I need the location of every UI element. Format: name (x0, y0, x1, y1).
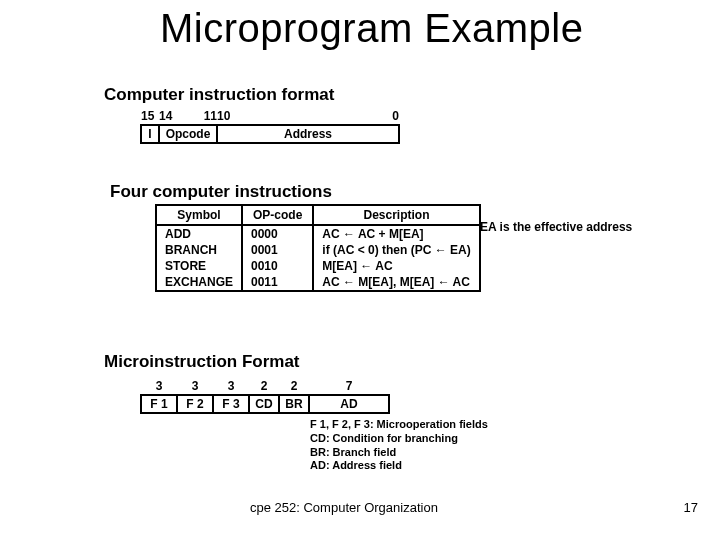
table-row: STORE 0010 M[EA] ← AC (156, 258, 480, 274)
cell-opcode: 0010 (242, 258, 313, 274)
cell-opcode: 0001 (242, 242, 313, 258)
cell-symbol: ADD (156, 225, 242, 242)
bit-width: 3 (177, 378, 213, 395)
field-CD: CD (249, 395, 279, 413)
table-row: EXCHANGE 0011 AC ← M[EA], M[EA] ← AC (156, 274, 480, 291)
bit-label: 1411 (159, 108, 217, 125)
col-opcode: OP-code (242, 205, 313, 225)
section-heading-microformat: Microinstruction Format (104, 352, 300, 372)
cell-desc: M[EA] ← AC (313, 258, 479, 274)
cell-desc: if (AC < 0) then (PC ← EA) (313, 242, 479, 258)
bit-width: 2 (249, 378, 279, 395)
field-F1: F 1 (141, 395, 177, 413)
page-number: 17 (684, 500, 698, 515)
cell-opcode: 0000 (242, 225, 313, 242)
table-row: ADD 0000 AC ← AC + M[EA] (156, 225, 480, 242)
cell-symbol: EXCHANGE (156, 274, 242, 291)
col-symbol: Symbol (156, 205, 242, 225)
bit-width: 3 (141, 378, 177, 395)
cell-desc: AC ← AC + M[EA] (313, 225, 479, 242)
instruction-format-diagram: 15 1411 100 I Opcode Address (140, 108, 400, 144)
ea-note: EA is the effective address (480, 220, 632, 234)
section-heading-instructions: Four computer instructions (110, 182, 332, 202)
legend-line: BR: Branch field (310, 446, 488, 460)
cell-symbol: BRANCH (156, 242, 242, 258)
col-description: Description (313, 205, 479, 225)
footer-course: cpe 252: Computer Organization (250, 500, 438, 515)
legend-line: AD: Address field (310, 459, 488, 473)
field-legend: F 1, F 2, F 3: Microoperation fields CD:… (310, 418, 488, 473)
table-row: BRANCH 0001 if (AC < 0) then (PC ← EA) (156, 242, 480, 258)
section-heading-format: Computer instruction format (104, 85, 334, 105)
bit-label: 15 (141, 108, 159, 125)
bit-width: 3 (213, 378, 249, 395)
field-F3: F 3 (213, 395, 249, 413)
cell-symbol: STORE (156, 258, 242, 274)
bit-label: 100 (217, 108, 399, 125)
field-I: I (141, 125, 159, 143)
cell-opcode: 0011 (242, 274, 313, 291)
legend-line: CD: Condition for branching (310, 432, 488, 446)
field-address: Address (217, 125, 399, 143)
microinstruction-format-diagram: 3 3 3 2 2 7 F 1 F 2 F 3 CD BR AD (140, 378, 390, 414)
field-opcode: Opcode (159, 125, 217, 143)
bit-width: 7 (309, 378, 389, 395)
legend-line: F 1, F 2, F 3: Microoperation fields (310, 418, 488, 432)
instruction-table: Symbol OP-code Description ADD 0000 AC ←… (155, 204, 481, 292)
bit-width: 2 (279, 378, 309, 395)
slide-title: Microprogram Example (160, 6, 583, 51)
field-AD: AD (309, 395, 389, 413)
cell-desc: AC ← M[EA], M[EA] ← AC (313, 274, 479, 291)
field-F2: F 2 (177, 395, 213, 413)
field-BR: BR (279, 395, 309, 413)
